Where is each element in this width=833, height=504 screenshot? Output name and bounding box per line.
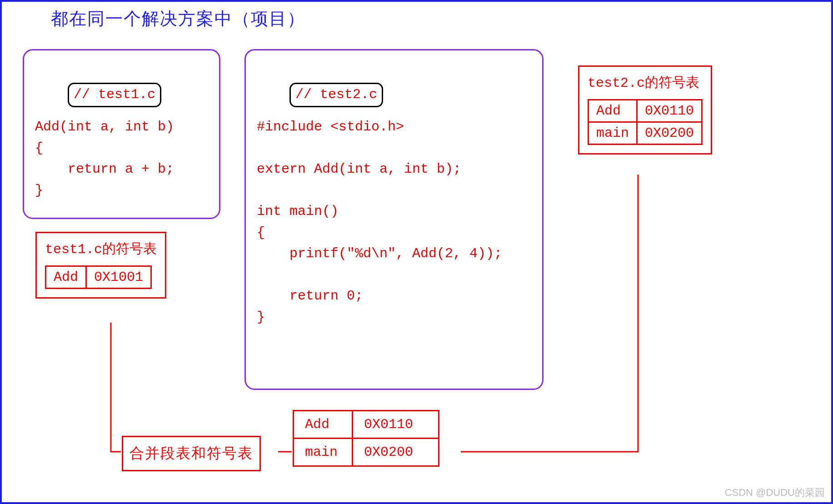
sym-name: Add bbox=[46, 266, 86, 289]
sym-name: Add bbox=[589, 100, 637, 122]
sym-addr: 0X0200 bbox=[637, 122, 702, 145]
symbol-table-grid-test1: Add 0X1001 bbox=[45, 265, 152, 289]
diagram-title: 都在同一个解决方案中（项目） bbox=[51, 7, 305, 30]
sym-addr: 0X0110 bbox=[353, 411, 439, 439]
symbol-table-grid-test2: Add 0X0110 main 0X0200 bbox=[588, 99, 703, 145]
code-panel-test1: // test1.c Add(int a, int b) { return a … bbox=[23, 49, 220, 219]
merged-symbol-table: Add 0X0110 main 0X0200 bbox=[293, 410, 439, 467]
merge-label: 合并段表和符号表 bbox=[122, 436, 261, 471]
filename-label-test2: // test2.c bbox=[289, 83, 383, 108]
table-row: Add 0X1001 bbox=[46, 266, 151, 289]
sym-name: main bbox=[294, 439, 353, 466]
code-panel-test2: // test2.c #include <stdio.h> extern Add… bbox=[244, 49, 544, 390]
code-block-test1: Add(int a, int b) { return a + b; } bbox=[35, 116, 208, 201]
sym-name: main bbox=[589, 122, 637, 145]
sym-addr: 0X0200 bbox=[353, 439, 439, 466]
filename-label-test1: // test1.c bbox=[68, 83, 161, 108]
watermark: CSDN @DUDU的菜园 bbox=[725, 486, 825, 499]
symbol-table-test1: test1.c的符号表 Add 0X1001 bbox=[35, 232, 166, 299]
symbol-table-title-test2: test2.c的符号表 bbox=[588, 73, 703, 92]
symbol-table-title-test1: test1.c的符号表 bbox=[45, 240, 157, 258]
table-row: Add 0X0110 bbox=[589, 100, 702, 122]
code-block-test2: #include <stdio.h> extern Add(int a, int… bbox=[257, 116, 531, 328]
symbol-table-test2: test2.c的符号表 Add 0X0110 main 0X0200 bbox=[578, 65, 712, 155]
table-row: main 0X0200 bbox=[294, 439, 439, 466]
sym-addr: 0X0110 bbox=[637, 100, 702, 122]
sym-name: Add bbox=[294, 411, 353, 439]
table-row: main 0X0200 bbox=[589, 122, 702, 145]
sym-addr: 0X1001 bbox=[86, 266, 151, 289]
table-row: Add 0X0110 bbox=[294, 411, 439, 439]
diagram-canvas: 都在同一个解决方案中（项目） // test1.c Add(int a, int… bbox=[0, 0, 833, 504]
